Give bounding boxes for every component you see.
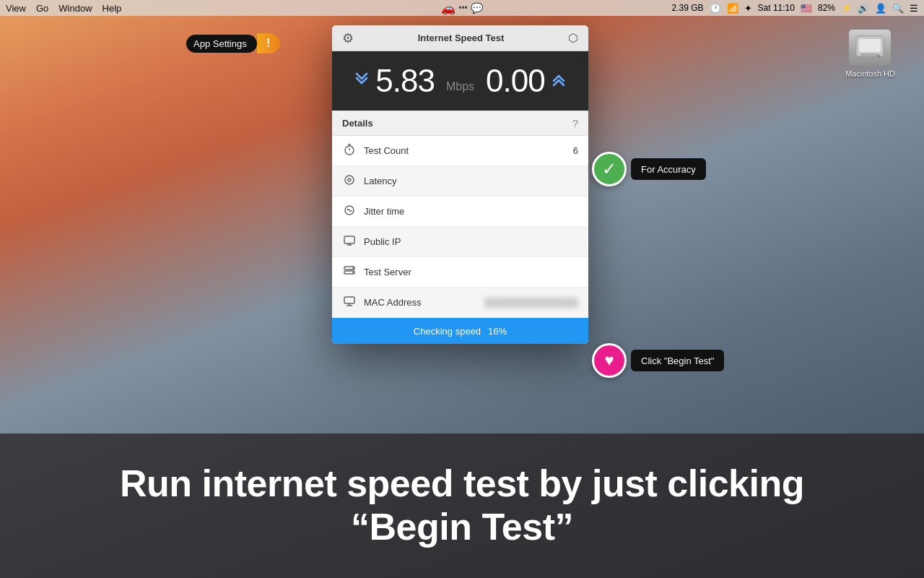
clock-icon: 🕐 (710, 3, 721, 14)
progress-percent: 16% (488, 326, 507, 337)
macintosh-hd-icon[interactable]: Macintosh HD (845, 29, 895, 78)
public-ip-icon (342, 235, 357, 249)
app-settings-callout: App Settings ! (186, 33, 280, 53)
circle-arrow-icon (344, 174, 355, 186)
dots-menubar-icon: ••• (458, 3, 468, 13)
hd-label: Macintosh HD (845, 69, 895, 78)
svg-point-16 (352, 267, 354, 269)
progress-bar[interactable]: Checking speed 16% (332, 318, 588, 344)
monitor-icon (344, 235, 355, 246)
svg-rect-11 (344, 236, 354, 243)
for-accuracy-callout: ✓ For Accuracy (592, 152, 706, 186)
bluetooth-icon: ✦ (744, 3, 752, 14)
mac-address-row: MAC Address xx:xx:xx:xx:xx (332, 288, 588, 318)
bottom-overlay: Run internet speed test by just clicking… (0, 434, 924, 578)
speed-panel: ⚙ Internet Speed Test ⬡ 5.83 Mbps 0.00 D… (332, 25, 588, 344)
details-header: Details ? (332, 111, 588, 136)
test-count-value: 6 (573, 145, 578, 156)
panel-title: Internet Speed Test (358, 33, 564, 43)
latency-row: Latency (332, 166, 588, 197)
public-ip-row: Public IP (332, 227, 588, 257)
accuracy-label: For Accuracy (641, 164, 696, 175)
gear-button[interactable]: ⚙ (338, 27, 358, 49)
jitter-row: Jitter time (332, 197, 588, 227)
mac-icon (342, 296, 357, 309)
main-text-line2: “Begin Test” (351, 506, 573, 548)
accuracy-pill: For Accuracy (631, 158, 706, 180)
begin-test-label: Click "Begin Test" (641, 355, 714, 366)
upload-icon (551, 72, 567, 91)
menu-go[interactable]: Go (36, 3, 48, 14)
latency-label: Latency (364, 176, 578, 186)
menubar: View Go Window Help 🚗 ••• 💬 2.39 GB 🕐 📶 … (0, 0, 924, 16)
main-text: Run internet speed test by just clicking… (120, 462, 804, 549)
search-icon[interactable]: 🔍 (892, 3, 904, 14)
svg-point-8 (345, 176, 354, 184)
begin-test-pill: Click "Begin Test" (631, 350, 724, 371)
msg-menubar-icon: 💬 (471, 2, 483, 14)
details-title: Details (342, 118, 373, 129)
progress-text: Checking speed (414, 326, 481, 337)
user-icon: 👤 (875, 3, 886, 14)
app-settings-pill: App Settings (186, 35, 257, 53)
server-icon (342, 265, 357, 279)
mac-address-value: xx:xx:xx:xx:xx (484, 298, 578, 308)
battery-icon: ⚡ (841, 3, 852, 13)
wave-icon (344, 204, 355, 216)
storage-label: 2.39 GB (672, 3, 704, 13)
svg-rect-1 (859, 39, 881, 52)
speed-unit: Mbps (446, 80, 474, 99)
help-icon[interactable]: ? (572, 117, 578, 129)
wifi-icon: 📶 (727, 3, 738, 14)
menu-help[interactable]: Help (103, 3, 122, 14)
battery-label: 82% (818, 3, 835, 13)
arrow-orange-shape: ! (257, 33, 280, 53)
svg-point-3 (877, 55, 880, 58)
download-speed-value: 5.83 (375, 63, 435, 99)
latency-icon (342, 174, 357, 188)
chevron-up-double-icon (551, 72, 567, 87)
menu-view[interactable]: View (6, 3, 26, 14)
volume-icon: 🔊 (858, 3, 869, 14)
drive-svg (855, 35, 885, 61)
exclamation-icon: ! (266, 37, 270, 50)
svg-rect-18 (344, 297, 354, 303)
share-button[interactable]: ⬡ (564, 28, 583, 48)
test-count-row: Test Count 6 (332, 136, 588, 166)
begin-test-callout: ♥ Click "Begin Test" (592, 343, 724, 378)
heart-icon: ♥ (592, 343, 627, 378)
stopwatch-icon (344, 144, 355, 155)
detail-rows: Test Count 6 Latency Jitter time (332, 136, 588, 318)
list-icon: ☰ (910, 3, 918, 14)
jitter-label: Jitter time (364, 206, 578, 217)
test-count-label: Test Count (364, 145, 573, 156)
speed-display: 5.83 Mbps 0.00 (332, 51, 588, 111)
computer-icon (344, 296, 355, 307)
settings-pill-label: App Settings (193, 38, 247, 49)
datetime-label: Sat 11:10 (758, 3, 795, 13)
menu-window[interactable]: Window (58, 3, 92, 14)
download-icon (354, 72, 370, 91)
svg-point-9 (348, 178, 351, 181)
server-rack-icon (344, 265, 355, 277)
main-text-line1: Run internet speed test by just clicking (120, 462, 804, 504)
settings-arrow: ! (257, 33, 280, 53)
mac-address-label: MAC Address (364, 297, 484, 308)
chevron-down-double-icon (354, 72, 370, 87)
panel-titlebar: ⚙ Internet Speed Test ⬡ (332, 25, 588, 51)
svg-rect-2 (860, 53, 879, 56)
connectivity-menubar-icon: 🚗 (441, 1, 456, 15)
test-server-label: Test Server (364, 267, 578, 277)
timer-icon (342, 144, 357, 158)
upload-speed-value: 0.00 (486, 63, 545, 99)
green-check-icon: ✓ (592, 152, 627, 186)
jitter-icon (342, 204, 357, 218)
svg-point-17 (352, 272, 354, 273)
public-ip-label: Public IP (364, 236, 578, 247)
test-server-row: Test Server (332, 257, 588, 288)
hd-drive-graphic (848, 29, 892, 66)
flag-icon: 🇺🇸 (801, 3, 812, 14)
